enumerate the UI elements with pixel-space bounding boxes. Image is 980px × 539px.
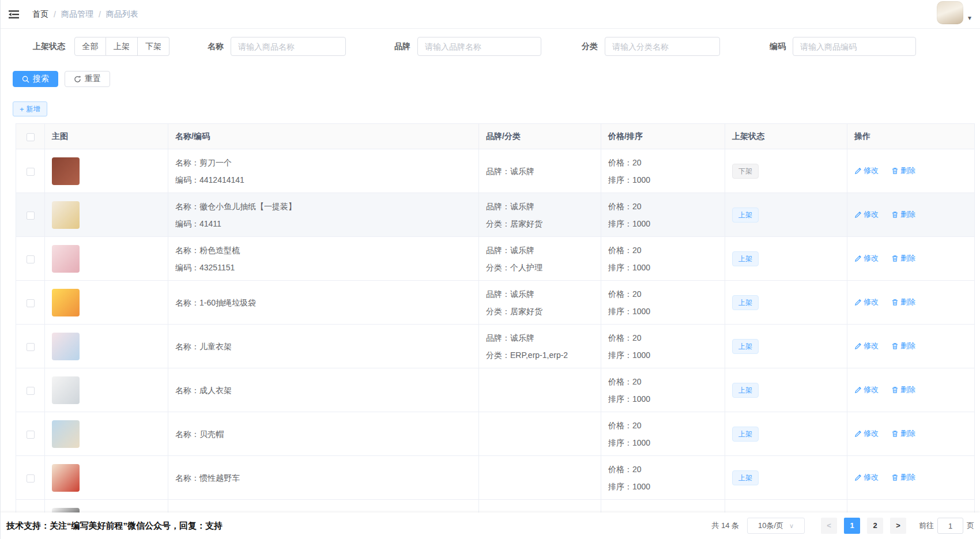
product-image xyxy=(52,376,80,404)
product-price: 价格：20 xyxy=(608,198,718,215)
edit-icon xyxy=(854,167,862,175)
category-filter-label: 分类 xyxy=(582,42,598,52)
product-name: 名称：1-60抽绳垃圾袋 xyxy=(175,294,472,311)
product-sort: 排序：1000 xyxy=(608,390,718,408)
product-brand: 品牌：诚乐牌 xyxy=(486,285,594,303)
trash-icon xyxy=(891,167,899,175)
row-checkbox[interactable] xyxy=(27,387,35,395)
search-button[interactable]: 搜索 xyxy=(13,71,58,87)
status-option-on[interactable]: 上架 xyxy=(106,37,138,56)
trash-icon xyxy=(891,299,899,306)
edit-link[interactable]: 修改 xyxy=(854,297,879,307)
product-image xyxy=(52,157,80,185)
edit-icon xyxy=(854,211,862,218)
search-icon xyxy=(22,76,29,83)
status-tag: 上架 xyxy=(732,208,759,223)
product-price: 价格：20 xyxy=(608,461,718,478)
product-sort: 排序：1000 xyxy=(608,215,718,232)
edit-icon xyxy=(854,255,862,262)
chevron-down-icon: ∨ xyxy=(789,522,794,530)
delete-link[interactable]: 删除 xyxy=(891,428,915,439)
product-code: 编码：41411 xyxy=(175,215,472,232)
product-image xyxy=(52,464,80,492)
table-row: 名称：惯性越野车 编码： 品牌： 分类： 价格：20 排序：1000 上架 修改… xyxy=(16,456,975,500)
reset-button[interactable]: 重置 xyxy=(65,71,110,87)
product-price: 价格：20 xyxy=(608,285,718,303)
product-price: 价格：20 xyxy=(608,154,718,171)
row-checkbox[interactable] xyxy=(27,343,35,351)
delete-link[interactable]: 删除 xyxy=(891,165,915,176)
row-checkbox[interactable] xyxy=(27,168,35,176)
breadcrumb-separator: / xyxy=(99,10,101,19)
prev-page-button[interactable]: < xyxy=(821,518,837,534)
goto-page-input[interactable] xyxy=(937,518,963,534)
product-name: 名称：徽仓小鱼儿抽纸【一提装】 xyxy=(175,198,472,215)
product-brand: 品牌：诚乐牌 xyxy=(486,163,594,180)
edit-link[interactable]: 修改 xyxy=(854,428,879,439)
product-image xyxy=(52,289,80,316)
product-brand: 品牌：诚乐牌 xyxy=(486,329,594,346)
breadcrumb-home[interactable]: 首页 xyxy=(32,9,48,20)
edit-link[interactable]: 修改 xyxy=(854,341,879,351)
product-sort: 排序：1000 xyxy=(608,346,718,364)
total-count: 共 14 条 xyxy=(711,521,739,531)
row-checkbox[interactable] xyxy=(27,299,35,307)
footer-bar: 技术支持：关注“编写美好前程”微信公众号，回复：支持 共 14 条 10条/页 … xyxy=(0,512,980,539)
product-category: 分类：居家好货 xyxy=(486,303,594,320)
caret-down-icon[interactable]: ▾ xyxy=(968,14,971,22)
product-category: 分类：个人护理 xyxy=(486,259,594,276)
trash-icon xyxy=(891,474,899,481)
product-name: 名称：粉色造型梳 xyxy=(175,242,472,259)
name-filter-input[interactable] xyxy=(231,37,346,56)
delete-link[interactable]: 删除 xyxy=(891,253,915,263)
edit-link[interactable]: 修改 xyxy=(854,385,879,395)
hamburger-icon[interactable] xyxy=(8,9,20,20)
row-checkbox[interactable] xyxy=(27,255,35,263)
page-button-2[interactable]: 2 xyxy=(867,518,883,534)
add-button[interactable]: + 新增 xyxy=(13,101,47,116)
select-all-checkbox[interactable] xyxy=(27,133,35,141)
edit-link[interactable]: 修改 xyxy=(854,165,879,176)
category-filter-input[interactable] xyxy=(605,37,720,56)
edit-icon xyxy=(854,342,862,350)
table-row: 名称：剪刀一个 编码：4412414141 品牌：诚乐牌 分类： 价格：20 排… xyxy=(16,149,975,193)
user-avatar[interactable] xyxy=(937,1,963,24)
table-row: 名称：1-60抽绳垃圾袋 编码： 品牌：诚乐牌 分类：居家好货 价格：20 排序… xyxy=(16,281,975,325)
product-image xyxy=(52,333,80,360)
status-tag: 上架 xyxy=(732,251,759,266)
breadcrumb-product-list: 商品列表 xyxy=(106,9,138,20)
delete-link[interactable]: 删除 xyxy=(891,209,915,220)
column-header-operations: 操作 xyxy=(847,124,975,149)
refresh-icon xyxy=(74,76,81,83)
delete-link[interactable]: 删除 xyxy=(891,297,915,307)
status-option-off[interactable]: 下架 xyxy=(138,37,169,56)
breadcrumb: 首页 / 商品管理 / 商品列表 xyxy=(32,9,138,20)
delete-link[interactable]: 删除 xyxy=(891,472,915,483)
add-bar: + 新增 xyxy=(0,101,980,116)
row-checkbox[interactable] xyxy=(27,474,35,483)
product-code: 编码：4412414141 xyxy=(175,171,472,189)
status-radio-group: 全部 上架 下架 xyxy=(74,37,169,56)
status-option-all[interactable]: 全部 xyxy=(74,37,106,56)
next-page-button[interactable]: > xyxy=(890,518,906,534)
name-filter-label: 名称 xyxy=(208,42,224,52)
product-price: 价格：20 xyxy=(608,417,718,434)
edit-link[interactable]: 修改 xyxy=(854,472,879,483)
edit-link[interactable]: 修改 xyxy=(854,209,879,220)
code-filter-input[interactable] xyxy=(793,37,916,56)
edit-link[interactable]: 修改 xyxy=(854,253,879,263)
support-text: 技术支持：关注“编写美好前程”微信公众号，回复：支持 xyxy=(6,521,223,532)
delete-link[interactable]: 删除 xyxy=(891,385,915,395)
product-name: 名称：惯性越野车 xyxy=(175,469,472,487)
page-button-1[interactable]: 1 xyxy=(844,518,860,534)
page-size-select[interactable]: 10条/页 ∨ xyxy=(747,518,805,534)
breadcrumb-separator: / xyxy=(54,10,56,19)
row-checkbox[interactable] xyxy=(27,212,35,220)
code-filter-label: 编码 xyxy=(770,42,786,52)
trash-icon xyxy=(891,430,899,438)
goto-label: 前往 xyxy=(919,521,934,531)
brand-filter-input[interactable] xyxy=(417,37,541,56)
delete-link[interactable]: 删除 xyxy=(891,341,915,351)
row-checkbox[interactable] xyxy=(27,431,35,439)
status-filter-label: 上架状态 xyxy=(33,42,65,52)
